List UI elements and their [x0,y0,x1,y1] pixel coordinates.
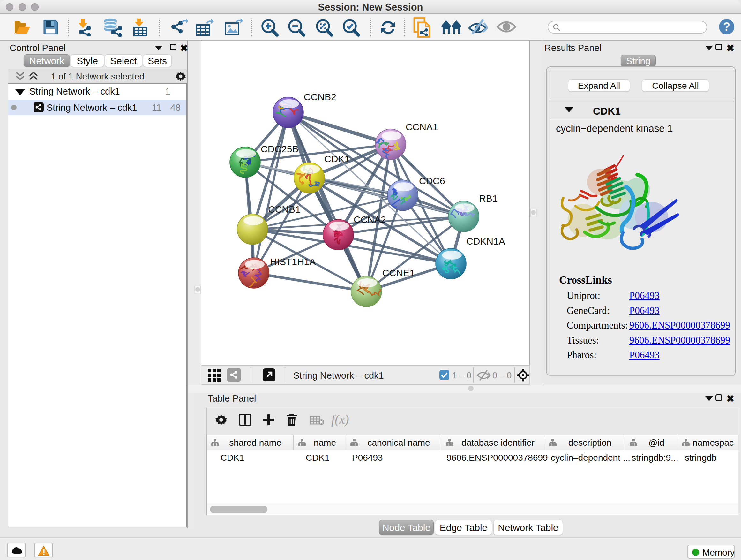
svg-text:CCNB2: CCNB2 [304,91,336,102]
svg-text:CDC6: CDC6 [419,176,445,186]
svg-text:CCNA2: CCNA2 [354,214,386,225]
svg-text:CDC25B: CDC25B [261,144,298,154]
svg-text:CCNA1: CCNA1 [406,122,438,132]
svg-text:RB1: RB1 [479,193,497,204]
svg-text:HIST1H1A: HIST1H1A [270,256,316,267]
svg-text:CCNE1: CCNE1 [382,267,415,278]
svg-text:CDKN1A: CDKN1A [466,236,505,246]
svg-text:CCNB1: CCNB1 [268,204,300,214]
svg-text:CDK1: CDK1 [324,153,350,164]
